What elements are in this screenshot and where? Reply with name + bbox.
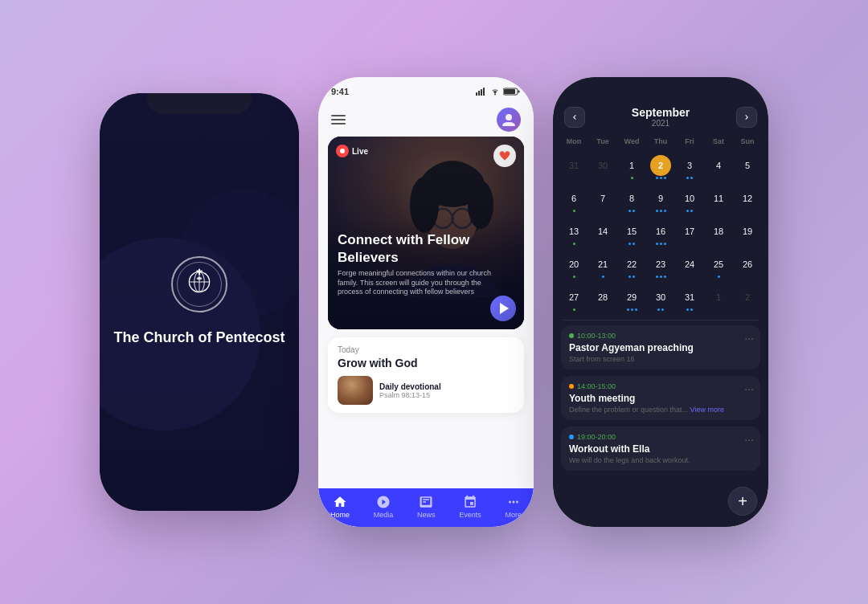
app-nav-bar [318, 103, 534, 137]
cal-cell-31[interactable]: 31 [675, 284, 704, 315]
event-1-more[interactable]: ··· [744, 332, 754, 345]
event-3-dot [569, 435, 574, 439]
nav-item-more[interactable]: More [499, 493, 529, 520]
cal-cell-12[interactable]: 12 [733, 185, 762, 216]
cal-cell-3[interactable]: 3 [675, 152, 704, 183]
cal-cell-30[interactable]: 30 [646, 284, 675, 315]
event-1-desc: Start from screen 16 [569, 355, 752, 363]
event-2-more[interactable]: ··· [744, 382, 754, 395]
wifi-icon [490, 88, 500, 96]
cal-cell-4[interactable]: 4 [704, 152, 733, 183]
cal-cell-8[interactable]: 8 [617, 185, 646, 216]
calendar-screen: September 2021 Mon Tue Wed Thu F [553, 77, 768, 527]
church-logo-circle [171, 256, 227, 312]
cal-cell-26[interactable]: 26 [733, 251, 762, 282]
event-2-title: Youth meeting [569, 393, 752, 404]
cal-cell-1[interactable]: 1 [617, 152, 646, 183]
cal-cell-22[interactable]: 22 [617, 251, 646, 282]
event-2-time: 14:00-15:00 [569, 382, 752, 390]
cal-cell-21[interactable]: 21 [588, 251, 617, 282]
event-2-desc: Define the problem or question that... V… [569, 406, 752, 414]
phone-home-inner: 9:41 [318, 77, 534, 527]
cal-cell-15[interactable]: 15 [617, 218, 646, 249]
svg-rect-8 [481, 89, 482, 96]
live-indicator [336, 145, 349, 157]
play-button[interactable] [490, 296, 516, 321]
hamburger-menu[interactable] [331, 115, 346, 124]
favorite-button[interactable] [493, 145, 516, 167]
cal-cell-31aug[interactable]: 31 [559, 152, 588, 183]
svg-rect-9 [483, 88, 485, 96]
status-icons [476, 88, 521, 96]
cal-cell-6[interactable]: 6 [559, 185, 588, 216]
cal-cell-10[interactable]: 10 [675, 185, 704, 216]
event-3-time: 19:00-20:00 [569, 433, 752, 441]
calendar-next-button[interactable] [736, 107, 757, 128]
cal-cell-9[interactable]: 9 [646, 185, 675, 216]
today-label: Today [338, 345, 514, 354]
cal-cell-20[interactable]: 20 [559, 251, 588, 282]
today-title: Grow with God [338, 357, 514, 369]
cal-cell-11[interactable]: 11 [704, 185, 733, 216]
video-text-overlay: Connect with Fellow Believers Forge mean… [338, 231, 492, 297]
cal-cell-30aug[interactable]: 30 [588, 152, 617, 183]
svg-rect-6 [476, 92, 477, 96]
nav-item-news[interactable]: News [411, 493, 442, 520]
cal-cell-14[interactable]: 14 [588, 218, 617, 249]
nav-item-events[interactable]: Events [452, 493, 488, 520]
svg-rect-12 [518, 91, 520, 93]
cal-cell-16[interactable]: 16 [646, 218, 675, 249]
globe-icon [185, 267, 214, 302]
user-avatar[interactable] [497, 108, 521, 132]
cal-week-1: 31 30 1 2 3 4 5 [559, 152, 762, 183]
day-sun: Sun [733, 134, 762, 149]
nav-item-media[interactable]: Media [367, 493, 400, 520]
video-card[interactable]: Live Connect with Fellow Believers Forge… [328, 137, 524, 329]
notch-1 [147, 93, 252, 114]
event-3-desc: We will do the legs and back workout. [569, 456, 752, 464]
event-card-3[interactable]: 19:00-20:00 ··· Workout with Ella We wil… [561, 426, 760, 471]
cal-cell-5[interactable]: 5 [733, 152, 762, 183]
svg-point-14 [506, 114, 512, 120]
event-2-view-more[interactable]: View more [690, 406, 724, 414]
battery-icon [503, 88, 521, 96]
cal-week-4: 20 21 22 23 24 25 26 [559, 251, 762, 282]
cal-cell-2[interactable]: 2 [646, 152, 675, 183]
event-card-2[interactable]: 14:00-15:00 ··· Youth meeting Define the… [561, 376, 760, 420]
add-event-fab[interactable]: + [728, 487, 757, 516]
status-time: 9:41 [331, 87, 349, 96]
today-card: Today Grow with God Daily devotional Psa… [328, 337, 524, 413]
cal-cell-13[interactable]: 13 [559, 218, 588, 249]
devotional-row[interactable]: Daily devotional Psalm 98:13-15 [338, 376, 514, 405]
event-card-1[interactable]: 10:00-13:00 ··· Pastor Agyeman preaching… [561, 325, 760, 369]
cal-week-5: 27 28 29 30 31 1 2 [559, 284, 762, 315]
cal-cell-19[interactable]: 19 [733, 218, 762, 249]
nav-item-home[interactable]: Home [324, 493, 356, 520]
cal-cell-25[interactable]: 25 [704, 251, 733, 282]
nav-label-media: Media [374, 511, 394, 519]
cal-cell-24[interactable]: 24 [675, 251, 704, 282]
church-logo-inner [177, 262, 222, 307]
cal-cell-2oct[interactable]: 2 [733, 284, 762, 315]
event-3-more[interactable]: ··· [744, 433, 754, 446]
video-description: Forge meaningful connections within our … [338, 269, 492, 297]
nav-label-events: Events [459, 511, 481, 519]
cal-cell-27[interactable]: 27 [559, 284, 588, 315]
event-1-title: Pastor Agyeman preaching [569, 342, 752, 353]
cal-cell-23[interactable]: 23 [646, 251, 675, 282]
cal-cell-18[interactable]: 18 [704, 218, 733, 249]
day-sat: Sat [704, 134, 733, 149]
calendar-prev-button[interactable] [564, 107, 585, 128]
cal-cell-7[interactable]: 7 [588, 185, 617, 216]
calendar-month: September [632, 106, 690, 119]
cal-cell-17[interactable]: 17 [675, 218, 704, 249]
calendar-month-year: September 2021 [632, 106, 690, 128]
cal-cell-28[interactable]: 28 [588, 284, 617, 315]
calendar-weeks: 31 30 1 2 3 4 5 6 7 8 [559, 152, 762, 315]
live-badge: Live [336, 145, 368, 157]
cal-cell-1oct[interactable]: 1 [704, 284, 733, 315]
calendar-days-header: Mon Tue Wed Thu Fri Sat Sun [559, 134, 762, 149]
calendar-divider [563, 320, 759, 320]
cal-cell-29[interactable]: 29 [617, 284, 646, 315]
day-fri: Fri [675, 134, 704, 149]
